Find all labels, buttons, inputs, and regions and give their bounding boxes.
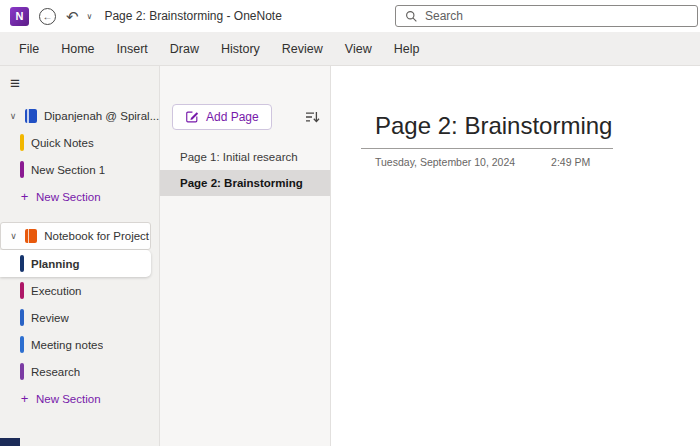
navigation-menu-icon[interactable]: ≡: [0, 72, 30, 102]
search-input[interactable]: [425, 9, 665, 23]
sidebar-section-execution[interactable]: Execution: [0, 277, 159, 304]
main-area: ≡ ∨ Dipanjenah @ Spiral... Quick Notes N…: [0, 66, 700, 446]
section-color-bar: [20, 363, 24, 380]
notebook-icon: [25, 229, 37, 243]
pages-pane-toolbar: Add Page: [160, 104, 330, 144]
sidebar-section-planning[interactable]: Planning: [0, 250, 151, 277]
add-page-label: Add Page: [206, 110, 259, 124]
chevron-down-icon: ∨: [87, 12, 93, 21]
notebook-project-a[interactable]: ∨ Notebook for Project A: [0, 222, 151, 250]
chevron-down-icon[interactable]: ∨: [9, 231, 18, 241]
section-label: New Section 1: [31, 164, 105, 176]
plus-icon: +: [20, 189, 29, 204]
pages-pane: Add Page Page 1: Initial research Page 2…: [160, 66, 331, 446]
section-color-bar: [20, 336, 24, 353]
menu-insert[interactable]: Insert: [106, 32, 159, 66]
section-color-bar: [20, 134, 24, 151]
page-canvas[interactable]: Page 2: Brainstorming Tuesday, September…: [331, 66, 700, 446]
section-label: Meeting notes: [31, 339, 103, 351]
back-button[interactable]: ←: [39, 8, 56, 25]
back-icon: ←: [39, 8, 56, 25]
chevron-down-icon[interactable]: ∨: [8, 111, 18, 121]
section-label: Planning: [31, 258, 80, 270]
menu-draw[interactable]: Draw: [159, 32, 210, 66]
onenote-app-icon: N: [10, 7, 29, 26]
plus-icon: +: [20, 391, 29, 406]
notebook-label: Dipanjenah @ Spiral...: [44, 110, 159, 122]
sidebar-section-meeting-notes[interactable]: Meeting notes: [0, 331, 159, 358]
page-date: Tuesday, September 10, 2024: [375, 156, 515, 168]
notebook-icon: [25, 109, 37, 123]
sidebar-section-review[interactable]: Review: [0, 304, 159, 331]
sidebar-section-new-section-1[interactable]: New Section 1: [0, 156, 159, 183]
new-section-button[interactable]: + New Section: [0, 385, 159, 412]
sort-descending-icon: [304, 109, 320, 125]
new-section-button[interactable]: + New Section: [0, 183, 159, 210]
section-color-bar: [20, 309, 24, 326]
notebook-dipanjenah[interactable]: ∨ Dipanjenah @ Spiral...: [0, 102, 159, 129]
sidebar-section-quick-notes[interactable]: Quick Notes: [0, 129, 159, 156]
navigation-sidebar: ≡ ∨ Dipanjenah @ Spiral... Quick Notes N…: [0, 66, 160, 446]
search-box[interactable]: [395, 5, 698, 27]
page-meta: Tuesday, September 10, 2024 2:49 PM: [361, 156, 700, 168]
section-color-bar: [20, 161, 24, 178]
page-list-item[interactable]: Page 1: Initial research: [160, 144, 330, 170]
menubar: File Home Insert Draw History Review Vie…: [0, 32, 700, 66]
page-list-item-selected[interactable]: Page 2: Brainstorming: [160, 170, 330, 196]
menu-view[interactable]: View: [334, 32, 383, 66]
menu-home[interactable]: Home: [50, 32, 105, 66]
section-color-bar: [20, 255, 24, 272]
section-color-bar: [20, 282, 24, 299]
titlebar: N ← ↶ ∨ Page 2: Brainstorming - OneNote: [0, 0, 700, 32]
menu-history[interactable]: History: [210, 32, 271, 66]
compose-icon: [185, 110, 199, 124]
search-icon: [405, 10, 418, 23]
new-section-label: New Section: [36, 393, 101, 405]
page-title-block: Page 2: Brainstorming: [361, 112, 613, 149]
notebook-divider-gap: [0, 210, 159, 222]
section-label: Research: [31, 366, 80, 378]
page-title[interactable]: Page 2: Brainstorming: [375, 112, 613, 140]
new-section-label: New Section: [36, 191, 101, 203]
sort-pages-button[interactable]: [304, 109, 320, 125]
window-title: Page 2: Brainstorming - OneNote: [104, 9, 281, 23]
bottom-left-accent: [0, 438, 20, 446]
menu-review[interactable]: Review: [271, 32, 334, 66]
notebook-label: Notebook for Project A: [44, 230, 150, 242]
section-label: Review: [31, 312, 69, 324]
sidebar-section-research[interactable]: Research: [0, 358, 159, 385]
undo-button[interactable]: ↶: [66, 9, 79, 24]
menu-help[interactable]: Help: [383, 32, 431, 66]
section-label: Quick Notes: [31, 137, 94, 149]
add-page-button[interactable]: Add Page: [172, 104, 272, 130]
undo-icon: ↶: [66, 9, 79, 24]
section-label: Execution: [31, 285, 82, 297]
page-time: 2:49 PM: [551, 156, 590, 168]
menu-file[interactable]: File: [8, 32, 50, 66]
quick-access-chevron[interactable]: ∨: [87, 12, 93, 21]
